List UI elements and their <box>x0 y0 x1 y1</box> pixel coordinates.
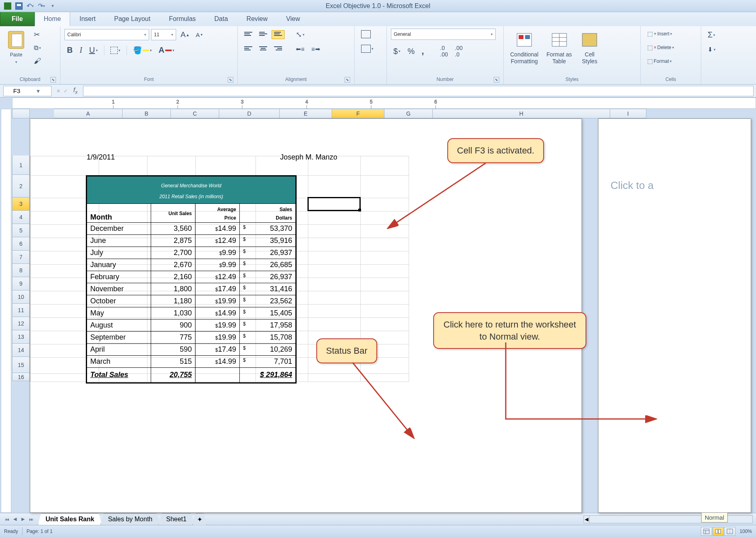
tab-review[interactable]: Review <box>237 11 277 26</box>
page2-placeholder[interactable]: Click to a <box>611 179 654 192</box>
italic-button[interactable]: I <box>77 44 85 56</box>
shrink-font-button[interactable]: A▾ <box>193 30 205 40</box>
undo-button[interactable]: ↶▾ <box>26 2 35 10</box>
view-page-layout-button[interactable] <box>712 527 724 536</box>
copy-button[interactable]: ⧉▾ <box>31 43 44 53</box>
view-normal-button[interactable] <box>701 527 712 536</box>
row-header-13[interactable]: 13 <box>12 330 30 344</box>
format-as-table-button[interactable]: Format as Table <box>544 29 574 66</box>
merge-center-button[interactable]: ▾ <box>359 43 376 54</box>
sheet-nav-first[interactable]: ⏮ <box>3 516 10 523</box>
accounting-format-button[interactable]: $▾ <box>391 45 403 58</box>
excel-icon[interactable] <box>3 2 12 10</box>
align-center-button[interactable] <box>257 45 270 54</box>
decrease-indent-button[interactable]: ⬅≡ <box>293 44 307 54</box>
align-left-button[interactable] <box>242 45 255 54</box>
font-launcher[interactable]: ⬊ <box>228 77 233 83</box>
sheet-nav-next[interactable]: ▶ <box>19 516 27 523</box>
align-top-button[interactable] <box>242 30 255 39</box>
delete-cells-button[interactable]: ⬚× Delete ▾ <box>645 42 677 53</box>
row-header-1[interactable]: 1 <box>12 156 30 175</box>
row-header-12[interactable]: 12 <box>12 317 30 330</box>
number-format-combo[interactable]: General▾ <box>391 29 496 40</box>
row-header-10[interactable]: 10 <box>12 290 30 304</box>
fill-color-button[interactable]: 🪣▾ <box>131 44 154 56</box>
view-page-break-button[interactable] <box>724 527 735 536</box>
tab-insert[interactable]: Insert <box>70 11 105 26</box>
tab-page-layout[interactable]: Page Layout <box>105 11 160 26</box>
formula-input[interactable] <box>83 86 754 96</box>
name-box[interactable]: F3▾ <box>3 86 52 96</box>
cancel-icon[interactable]: ✕ <box>56 88 60 94</box>
new-sheet-button[interactable]: ✦ <box>193 513 207 525</box>
sheet-tab-1[interactable]: Unit Sales Rank <box>38 513 102 525</box>
col-header-C[interactable]: C <box>171 109 219 118</box>
alignment-launcher[interactable]: ⬊ <box>345 77 350 83</box>
align-bottom-button[interactable] <box>272 30 285 39</box>
row-header-16[interactable]: 16 <box>12 373 30 381</box>
enter-icon[interactable]: ✓ <box>64 88 68 94</box>
format-painter-button[interactable]: 🖌 <box>31 55 44 67</box>
col-header-E[interactable]: E <box>280 109 332 118</box>
row-header-4[interactable]: 4 <box>12 211 30 224</box>
sheet-nav-last[interactable]: ⏭ <box>27 516 35 523</box>
tab-home[interactable]: Home <box>35 11 71 26</box>
align-middle-button[interactable] <box>257 30 270 39</box>
col-header-H[interactable]: H <box>433 109 610 118</box>
number-launcher[interactable]: ⬊ <box>494 77 499 83</box>
cut-button[interactable]: ✂ <box>31 29 44 41</box>
col-header-D[interactable]: D <box>219 109 280 118</box>
increase-decimal-button[interactable]: .0.00 <box>438 43 450 59</box>
cell-styles-button[interactable]: Cell Styles <box>577 29 602 66</box>
row-header-9[interactable]: 9 <box>12 277 30 290</box>
col-header-G[interactable]: G <box>384 109 433 118</box>
row-header-8[interactable]: 8 <box>12 264 30 277</box>
qat-customize[interactable]: ▾ <box>48 2 57 10</box>
conditional-formatting-button[interactable]: Conditional Formatting <box>508 29 541 66</box>
percent-button[interactable]: % <box>405 45 417 58</box>
underline-button[interactable]: U▾ <box>87 44 100 56</box>
row-header-6[interactable]: 6 <box>12 237 30 251</box>
sheet-nav-prev[interactable]: ◀ <box>11 516 19 523</box>
svg-text:2: 2 <box>177 99 179 105</box>
row-header-3[interactable]: 3 <box>12 197 30 211</box>
sheet-tab-2[interactable]: Sales by Month <box>100 513 160 525</box>
col-header-F[interactable]: F <box>332 109 384 118</box>
tab-data[interactable]: Data <box>205 11 237 26</box>
font-color-button[interactable]: A▾ <box>156 44 177 56</box>
tab-file[interactable]: File <box>0 12 35 26</box>
bold-button[interactable]: B <box>64 44 75 56</box>
clipboard-launcher[interactable]: ⬊ <box>50 77 56 83</box>
redo-button[interactable]: ↷▾ <box>37 2 46 10</box>
row-header-15[interactable]: 15 <box>12 357 30 373</box>
tab-formulas[interactable]: Formulas <box>160 11 205 26</box>
sheet-tab-3[interactable]: Sheet1 <box>158 513 194 525</box>
col-header-A[interactable]: A <box>54 109 123 118</box>
orientation-button[interactable]: ⤡▾ <box>293 29 307 41</box>
select-all-button[interactable] <box>12 109 30 118</box>
insert-cells-button[interactable]: ⬚+ Insert ▾ <box>645 29 675 39</box>
increase-indent-button[interactable]: ≡➡ <box>309 44 323 54</box>
fill-button[interactable]: ⬇ ▾ <box>705 44 718 55</box>
decrease-decimal-button[interactable]: .00.0 <box>453 43 465 59</box>
font-size-combo[interactable]: 11▾ <box>151 29 176 40</box>
row-header-7[interactable]: 7 <box>12 251 30 264</box>
grow-font-button[interactable]: A▴ <box>178 29 191 41</box>
paste-button[interactable]: Paste▾ <box>4 29 28 66</box>
border-button[interactable]: ▾ <box>108 45 123 56</box>
wrap-text-button[interactable] <box>359 29 373 40</box>
row-header-2[interactable]: 2 <box>12 175 30 197</box>
autosum-button[interactable]: Σ ▾ <box>705 29 718 41</box>
row-header-14[interactable]: 14 <box>12 344 30 357</box>
save-button[interactable] <box>15 2 23 10</box>
row-header-5[interactable]: 5 <box>12 224 30 237</box>
tab-view[interactable]: View <box>277 11 309 26</box>
row-header-11[interactable]: 11 <box>12 304 30 317</box>
col-header-B[interactable]: B <box>123 109 171 118</box>
fx-button[interactable]: fx <box>73 87 77 95</box>
font-name-combo[interactable]: Calibri▾ <box>64 29 149 40</box>
format-cells-button[interactable]: ⬚ Format ▾ <box>645 56 674 66</box>
align-right-button[interactable] <box>272 45 285 54</box>
col-header-I[interactable]: I <box>610 109 646 118</box>
comma-button[interactable]: , <box>419 44 426 58</box>
